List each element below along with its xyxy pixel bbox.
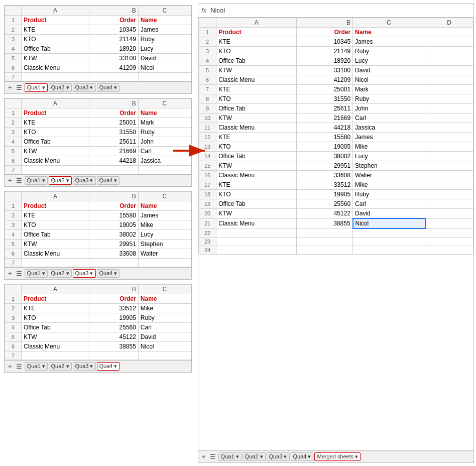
cell-b[interactable]: 25560: [297, 199, 353, 209]
cell-d[interactable]: [425, 142, 473, 152]
cell-d[interactable]: [425, 246, 473, 254]
cell-a[interactable]: KTO: [216, 47, 297, 56]
add-sheet-button[interactable]: +: [7, 270, 14, 277]
add-sheet-button[interactable]: +: [7, 84, 14, 91]
cell-b[interactable]: 15580: [297, 133, 353, 142]
cell-d[interactable]: [425, 133, 473, 142]
cell-b[interactable]: 21669: [297, 113, 353, 123]
sheet-menu-button-right[interactable]: ☰: [208, 453, 217, 460]
cell-a[interactable]: Classic Menu: [216, 75, 297, 85]
cell-c[interactable]: Mark: [353, 85, 425, 94]
cell-b[interactable]: 31550: [297, 94, 353, 104]
cell-c[interactable]: Ruby: [353, 47, 425, 56]
cell-d[interactable]: [425, 37, 473, 47]
tab-qua3[interactable]: Qua3 ▾: [73, 362, 96, 371]
cell-a[interactable]: KTW: [216, 113, 297, 123]
cell-b[interactable]: 45122: [297, 209, 353, 219]
tab-qua1[interactable]: Qua1 ▾: [25, 362, 48, 371]
sheet-menu-button[interactable]: ☰: [15, 84, 24, 91]
cell-b[interactable]: [297, 228, 353, 237]
cell-a[interactable]: KTO: [216, 142, 297, 152]
cell-b[interactable]: 33100: [297, 66, 353, 75]
cell-a[interactable]: [216, 246, 297, 254]
tab-qua2[interactable]: Qua2 ▾: [49, 176, 72, 185]
cell-c[interactable]: Ruby: [353, 94, 425, 104]
cell-d[interactable]: [425, 104, 473, 113]
cell-b[interactable]: 38002: [297, 152, 353, 161]
cell-a[interactable]: KTE: [216, 133, 297, 142]
cell-d[interactable]: [425, 94, 473, 104]
cell-a[interactable]: KTE: [216, 180, 297, 190]
cell-c[interactable]: Jassica: [353, 123, 425, 133]
cell-d[interactable]: [425, 75, 473, 85]
cell-order-header[interactable]: Order: [89, 16, 139, 25]
cell-b[interactable]: 25001: [297, 85, 353, 94]
cell-a[interactable]: Classic Menu: [216, 218, 297, 228]
cell-d[interactable]: [425, 113, 473, 123]
cell-b[interactable]: 19905: [297, 190, 353, 199]
tab-qua4[interactable]: Qua4 ▾: [97, 269, 120, 278]
cell-c[interactable]: James: [353, 37, 425, 47]
cell-d[interactable]: [425, 237, 473, 246]
cell-b[interactable]: 25611: [297, 104, 353, 113]
cell-d[interactable]: [425, 161, 473, 171]
cell-d[interactable]: [425, 180, 473, 190]
sheet-menu-button[interactable]: ☰: [15, 363, 24, 370]
tab-qua4[interactable]: Qua4 ▾: [97, 362, 120, 371]
tab-qua3[interactable]: Qua3 ▾: [73, 176, 96, 185]
sheet-menu-button[interactable]: ☰: [15, 177, 24, 184]
cell-b[interactable]: 38855: [297, 218, 353, 228]
cell-a[interactable]: Product: [216, 28, 297, 37]
cell-c[interactable]: Stephen: [353, 161, 425, 171]
cell-b[interactable]: 33608: [297, 171, 353, 180]
cell-b[interactable]: 18920: [297, 56, 353, 66]
tab-qua1[interactable]: Qua1 ▾: [25, 83, 48, 92]
cell-b[interactable]: 19005: [297, 142, 353, 152]
cell-a[interactable]: Classic Menu: [216, 123, 297, 133]
cell-b[interactable]: 41209: [297, 75, 353, 85]
add-sheet-button-right[interactable]: +: [200, 453, 207, 460]
cell-a[interactable]: KTW: [216, 209, 297, 219]
add-sheet-button[interactable]: +: [7, 363, 14, 370]
cell-d[interactable]: [425, 123, 473, 133]
cell-d[interactable]: [425, 47, 473, 56]
cell-d[interactable]: [425, 228, 473, 237]
cell-c[interactable]: Name: [353, 28, 425, 37]
cell-c[interactable]: Lucy: [353, 56, 425, 66]
cell-a[interactable]: Classic Menu: [216, 171, 297, 180]
cell-c[interactable]: Mike: [353, 180, 425, 190]
cell-c[interactable]: James: [353, 133, 425, 142]
cell-a[interactable]: KTW: [216, 161, 297, 171]
cell-a[interactable]: [216, 237, 297, 246]
cell-a[interactable]: KTE: [216, 85, 297, 94]
cell-b[interactable]: 44218: [297, 123, 353, 133]
tab-qua4-right[interactable]: Qua4 ▾: [291, 452, 314, 461]
cell-d[interactable]: [425, 56, 473, 66]
cell-a[interactable]: KTO: [216, 190, 297, 199]
tab-qua3[interactable]: Qua3 ▾: [73, 269, 96, 278]
add-sheet-button[interactable]: +: [7, 177, 14, 184]
cell-c[interactable]: David: [353, 66, 425, 75]
cell-d[interactable]: [425, 171, 473, 180]
tab-merged-sheets[interactable]: Merged sheets ▾: [314, 452, 361, 461]
cell-a[interactable]: Office Tab: [216, 199, 297, 209]
cell-a[interactable]: [216, 228, 297, 237]
cell-d[interactable]: [425, 85, 473, 94]
cell-c[interactable]: Nicol: [353, 75, 425, 85]
cell-c[interactable]: John: [353, 104, 425, 113]
sheet-menu-button[interactable]: ☰: [15, 270, 24, 277]
tab-qua4[interactable]: Qua4 ▾: [97, 83, 120, 92]
cell-c[interactable]: Lucy: [353, 152, 425, 161]
cell-c[interactable]: Walter: [353, 171, 425, 180]
tab-qua1[interactable]: Qua1 ▾: [25, 269, 48, 278]
tab-qua2-right[interactable]: Qua2 ▾: [243, 452, 266, 461]
cell-d[interactable]: [425, 190, 473, 199]
cell-d[interactable]: [425, 218, 473, 228]
cell-b[interactable]: [297, 246, 353, 254]
tab-qua1[interactable]: Qua1 ▾: [25, 176, 48, 185]
cell-a[interactable]: KTW: [216, 66, 297, 75]
cell-product-header[interactable]: Product: [22, 16, 89, 25]
cell-a[interactable]: KTE: [216, 37, 297, 47]
cell-b[interactable]: 10345: [297, 37, 353, 47]
cell-a[interactable]: Office Tab: [216, 152, 297, 161]
